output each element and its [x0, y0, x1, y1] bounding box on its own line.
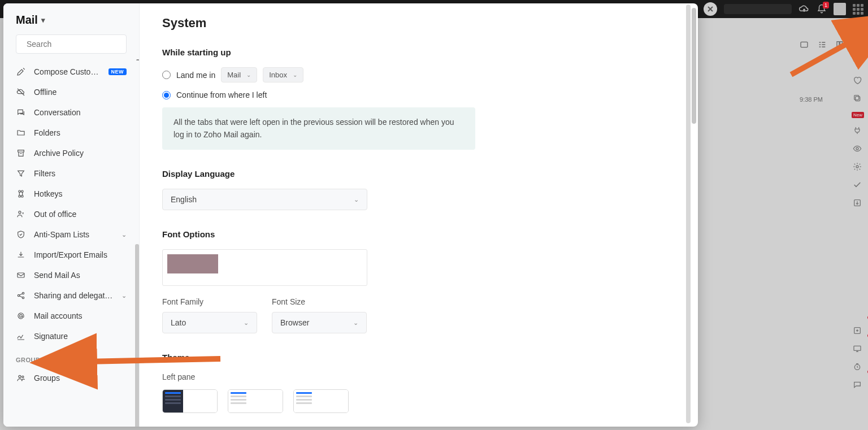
- rail-new-badge: New: [852, 112, 864, 118]
- sidebar-item-import-export[interactable]: Import/Export Emails: [3, 245, 139, 265]
- sidebar-item-label: Conversation: [34, 108, 81, 117]
- radio-land-me-in[interactable]: Land me in Mail ⌄ Inbox ⌄: [162, 67, 675, 82]
- field-label: Font Family: [162, 297, 257, 306]
- svg-point-17: [19, 211, 21, 214]
- sidebar-item-label: Signature: [34, 332, 68, 341]
- rail-eye-icon[interactable]: [853, 144, 863, 154]
- rail-chat-icon[interactable]: [853, 380, 863, 390]
- tab-close-button[interactable]: [704, 2, 717, 16]
- rail-copy-icon[interactable]: [853, 94, 863, 104]
- rail-check-icon[interactable]: [853, 180, 863, 190]
- rail-export-icon[interactable]: [853, 198, 863, 209]
- svg-point-6: [856, 147, 858, 150]
- dropdown-value: Lato: [171, 318, 186, 327]
- search-input[interactable]: [27, 40, 125, 49]
- view-column-icon[interactable]: [835, 40, 845, 50]
- cloud-sync-icon[interactable]: [798, 3, 810, 15]
- settings-modal: Mail ▾ ▴ Compose Customi... NEW: [3, 3, 698, 427]
- sidebar-item-send-mail-as[interactable]: Send Mail As: [3, 265, 139, 285]
- page-title: System: [162, 16, 675, 31]
- dropdown-value: Inbox: [269, 71, 287, 79]
- rail-heart-icon[interactable]: [853, 76, 863, 86]
- svg-rect-4: [856, 97, 860, 101]
- theme-option-light2[interactable]: [293, 389, 349, 413]
- chevron-down-icon: ⌄: [353, 319, 358, 327]
- sidebar-item-anti-spam[interactable]: Anti-Spam Lists ⌄: [3, 224, 139, 245]
- sidebar-item-sharing-delegation[interactable]: Sharing and delegation ⌄: [3, 285, 139, 306]
- sidebar-item-label: Out of office: [34, 210, 76, 219]
- sidebar-item-label: Hotkeys: [34, 189, 63, 198]
- rail-gear-icon[interactable]: [853, 162, 863, 172]
- dropdown-land-folder[interactable]: Inbox ⌄: [263, 67, 303, 82]
- sidebar-item-hotkeys[interactable]: Hotkeys: [3, 184, 139, 204]
- dropdown-font-family[interactable]: Lato ⌄: [162, 312, 257, 333]
- sharing-icon: [16, 290, 26, 301]
- chevron-down-icon: ⌄: [121, 292, 127, 299]
- sidebar-header-dropdown[interactable]: Mail ▾: [3, 3, 139, 34]
- radio-continue[interactable]: Continue from where I left: [162, 90, 675, 99]
- dropdown-land-app[interactable]: Mail ⌄: [221, 67, 257, 82]
- radio-label: Continue from where I left: [176, 90, 267, 99]
- theme-option-dark[interactable]: [162, 389, 218, 413]
- folder-icon: [16, 128, 26, 138]
- url-bar[interactable]: [724, 4, 792, 14]
- svg-rect-13: [19, 190, 20, 192]
- sidebar-item-label: Anti-Spam Lists: [34, 230, 89, 239]
- sidebar-scroll-area: ▴ Compose Customi... NEW Offline Convers…: [3, 59, 139, 427]
- sidebar-item-folders[interactable]: Folders: [3, 123, 139, 143]
- svg-point-22: [20, 315, 23, 318]
- svg-point-23: [19, 375, 21, 377]
- view-list-icon[interactable]: [817, 40, 827, 50]
- app-switcher-button[interactable]: [853, 4, 863, 15]
- main-scrollbar[interactable]: [692, 8, 696, 124]
- archive-icon: [16, 148, 26, 158]
- settings-sidebar: Mail ▾ ▴ Compose Customi... NEW: [3, 3, 140, 427]
- svg-rect-1: [837, 42, 839, 48]
- rail-add-icon[interactable]: [853, 326, 863, 336]
- radio-input-continue[interactable]: [162, 91, 171, 99]
- rail-plug-icon[interactable]: [853, 126, 863, 136]
- section-heading: While starting up: [162, 47, 675, 57]
- sidebar-search[interactable]: [16, 34, 127, 54]
- view-card-icon[interactable]: [799, 40, 809, 50]
- dropdown-value: Browser: [280, 318, 309, 327]
- rail-present-icon[interactable]: [853, 344, 863, 354]
- hotkeys-icon: [16, 189, 26, 199]
- section-starting-up: While starting up Land me in Mail ⌄ Inbo…: [162, 47, 675, 150]
- profile-avatar[interactable]: [834, 3, 846, 15]
- new-badge: NEW: [108, 68, 127, 75]
- chevron-down-icon: ⌄: [246, 72, 251, 78]
- radio-input-land[interactable]: [162, 71, 171, 79]
- svg-rect-14: [21, 190, 23, 192]
- conversation-icon: [16, 107, 26, 118]
- settings-main: System While starting up Land me in Mail…: [140, 3, 698, 427]
- sidebar-item-mail-accounts[interactable]: Mail accounts: [3, 306, 139, 326]
- dropdown-font-size[interactable]: Browser ⌄: [272, 312, 367, 333]
- sidebar-item-label: Archive Policy: [34, 149, 84, 158]
- sidebar-item-label: Sharing and delegation: [34, 291, 114, 300]
- close-icon: [707, 6, 714, 12]
- section-heading: Theme: [162, 353, 675, 362]
- theme-option-light1[interactable]: [228, 389, 283, 413]
- svg-rect-5: [854, 95, 859, 100]
- dropdown-language[interactable]: English ⌄: [162, 189, 367, 210]
- sidebar-item-filters[interactable]: Filters: [3, 163, 139, 184]
- section-display-language: Display Language English ⌄: [162, 169, 675, 210]
- sidebar-item-conversation[interactable]: Conversation: [3, 102, 139, 123]
- scroll-up-icon[interactable]: ▴: [136, 59, 139, 62]
- sidebar-item-signature[interactable]: Signature: [3, 326, 139, 346]
- sidebar-item-groups[interactable]: Groups: [3, 368, 139, 388]
- sidebar-item-compose-customization[interactable]: Compose Customi... NEW: [3, 62, 139, 82]
- section-heading: Font Options: [162, 229, 675, 239]
- chevron-down-icon: ⌄: [293, 72, 297, 78]
- sidebar-item-label: Mail accounts: [34, 311, 83, 320]
- rail-clock-icon[interactable]: [853, 362, 863, 372]
- outofoffice-icon: [16, 209, 26, 219]
- sidebar-item-archive-policy[interactable]: Archive Policy: [3, 143, 139, 163]
- sidebar-scrollbar[interactable]: [135, 244, 139, 427]
- offline-icon: [16, 87, 26, 97]
- sidebar-item-out-of-office[interactable]: Out of office: [3, 204, 139, 224]
- font-family-group: Font Family Lato ⌄: [162, 297, 257, 333]
- notifications-button[interactable]: 1: [817, 4, 827, 14]
- sidebar-item-offline[interactable]: Offline: [3, 82, 139, 102]
